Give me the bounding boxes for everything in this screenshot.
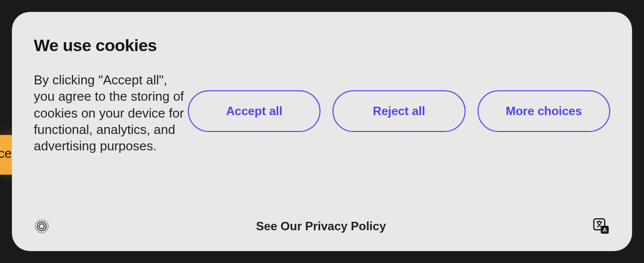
svg-point-2 bbox=[39, 224, 44, 229]
provider-logo-icon bbox=[34, 218, 50, 234]
svg-point-1 bbox=[37, 222, 46, 231]
modal-body: We use cookies By clicking "Accept all",… bbox=[34, 36, 610, 205]
svg-text:A: A bbox=[603, 227, 607, 233]
reject-all-button[interactable]: Reject all bbox=[332, 90, 465, 132]
modal-footer: See Our Privacy Policy A bbox=[34, 217, 610, 235]
modal-text-section: We use cookies By clicking "Accept all",… bbox=[34, 36, 188, 205]
cookie-modal-title: We use cookies bbox=[34, 36, 188, 55]
cookie-modal-description: By clicking "Accept all", you agree to t… bbox=[34, 72, 188, 154]
privacy-policy-link[interactable]: See Our Privacy Policy bbox=[256, 219, 386, 233]
modal-buttons-section: Accept all Reject all More choices bbox=[188, 36, 610, 205]
more-choices-button[interactable]: More choices bbox=[478, 90, 610, 132]
language-translate-icon[interactable]: A bbox=[592, 217, 610, 235]
accept-all-button[interactable]: Accept all bbox=[188, 90, 321, 132]
background-peek-text: ce bbox=[0, 146, 11, 161]
cookie-consent-modal: We use cookies By clicking "Accept all",… bbox=[12, 12, 632, 251]
